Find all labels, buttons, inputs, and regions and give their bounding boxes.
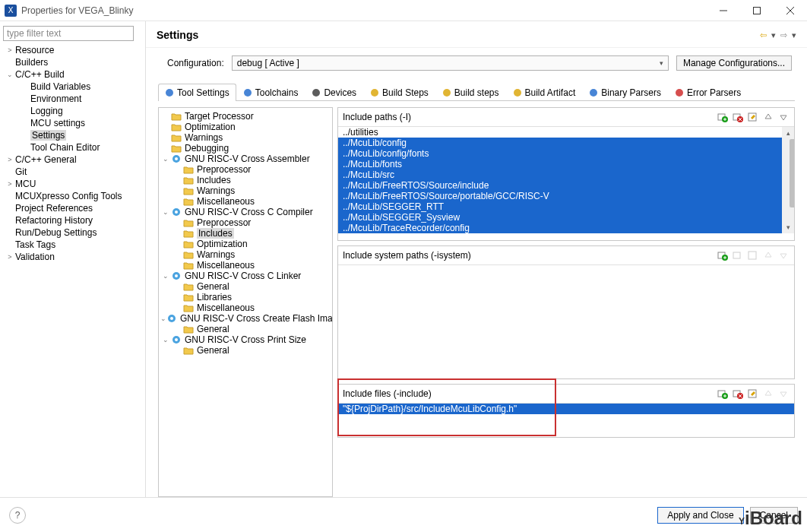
tool-tree-libraries[interactable]: ⌄Libraries bbox=[160, 292, 331, 302]
tool-tree-general[interactable]: ⌄General bbox=[160, 324, 331, 334]
include-file-item[interactable]: "${ProjDirPath}/src/IncludeMcuLibConfig.… bbox=[338, 404, 794, 414]
maximize-button[interactable] bbox=[740, 0, 774, 21]
chevron-down-icon[interactable]: ⌄ bbox=[160, 208, 171, 216]
edit-icon[interactable] bbox=[747, 111, 759, 123]
delete-icon[interactable] bbox=[732, 249, 744, 261]
move-up-icon[interactable] bbox=[762, 388, 774, 400]
tree-item-tool-chain-editor[interactable]: >Tool Chain Editor bbox=[18, 141, 145, 154]
tree-item-c-c-build[interactable]: ⌄C/C++ Build bbox=[3, 68, 145, 81]
tab-build-steps[interactable]: Build steps bbox=[435, 84, 506, 101]
include-path-item[interactable]: ../McuLib/src bbox=[338, 169, 794, 180]
tree-item-refactoring-history[interactable]: >Refactoring History bbox=[3, 214, 145, 226]
back-dropdown[interactable]: ▾ bbox=[771, 30, 776, 40]
tool-tree-warnings[interactable]: ⌄Warnings bbox=[160, 249, 331, 260]
tool-tree-general[interactable]: ⌄General bbox=[160, 281, 331, 292]
tool-tree-gnu-risc-v-cross-assembler[interactable]: ⌄GNU RISC-V Cross Assembler bbox=[160, 154, 331, 164]
include-path-item[interactable]: ../McuLib/TraceRecorder/config bbox=[338, 223, 794, 233]
include-path-item[interactable]: ../McuLib/config/fonts bbox=[338, 148, 794, 159]
tree-item-environment[interactable]: >Environment bbox=[18, 93, 145, 105]
close-button[interactable] bbox=[774, 0, 807, 21]
tool-tree-target-processor[interactable]: ⌄Target Processor bbox=[160, 111, 331, 122]
add-icon[interactable] bbox=[717, 249, 729, 261]
tree-item-mcuxpresso-config-tools[interactable]: >MCUXpresso Config Tools bbox=[3, 190, 145, 202]
tool-tree-optimization[interactable]: ⌄Optimization bbox=[160, 239, 331, 249]
tool-tree-debugging[interactable]: ⌄Debugging bbox=[160, 143, 331, 154]
edit-icon[interactable] bbox=[747, 388, 759, 400]
tab-build-artifact[interactable]: Build Artifact bbox=[506, 84, 583, 101]
move-up-icon[interactable] bbox=[762, 249, 774, 261]
edit-icon[interactable] bbox=[747, 249, 759, 261]
chevron-right-icon[interactable]: > bbox=[5, 180, 15, 188]
configuration-dropdown[interactable]: debug [ Active ] ▾ bbox=[232, 55, 669, 71]
minimize-button[interactable] bbox=[707, 0, 740, 21]
tool-tree-gnu-risc-v-cross-create-flash-image[interactable]: ⌄GNU RISC-V Cross Create Flash Image bbox=[160, 313, 331, 324]
apply-close-button[interactable]: Apply and Close bbox=[657, 507, 743, 524]
tree-item-resource[interactable]: >Resource bbox=[3, 44, 145, 56]
tab-toolchains[interactable]: Toolchains bbox=[236, 84, 305, 101]
add-icon[interactable] bbox=[717, 111, 729, 123]
tab-tool-settings[interactable]: Tool Settings bbox=[158, 84, 236, 101]
help-button[interactable]: ? bbox=[9, 507, 26, 524]
include-path-item[interactable]: ../McuLib/fonts bbox=[338, 159, 794, 169]
include-path-item[interactable]: ../utilities bbox=[338, 127, 794, 138]
filter-input[interactable] bbox=[3, 26, 134, 41]
tool-tree-general[interactable]: ⌄General bbox=[160, 345, 331, 356]
cancel-button[interactable]: Cancel bbox=[750, 507, 798, 524]
include-path-item[interactable]: ../McuLib/SEGGER_RTT bbox=[338, 201, 794, 212]
tree-item-builders[interactable]: >Builders bbox=[3, 56, 145, 68]
include-path-item[interactable]: ../McuLib/config bbox=[338, 138, 794, 148]
tool-tree-preprocessor[interactable]: ⌄Preprocessor bbox=[160, 164, 331, 175]
chevron-down-icon[interactable]: ⌄ bbox=[160, 336, 171, 344]
tab-error-parsers[interactable]: Error Parsers bbox=[668, 84, 748, 101]
tree-item-mcu-settings[interactable]: >MCU settings bbox=[18, 117, 145, 129]
tab-binary-parsers[interactable]: Binary Parsers bbox=[582, 84, 668, 101]
tab-build-steps[interactable]: Build Steps bbox=[363, 84, 435, 101]
chevron-down-icon[interactable]: ⌄ bbox=[5, 71, 15, 78]
scroll-up-icon[interactable]: ▴ bbox=[782, 127, 794, 139]
forward-icon[interactable]: ⇨ bbox=[780, 30, 787, 40]
move-down-icon[interactable] bbox=[777, 388, 790, 400]
tree-item-run-debug-settings[interactable]: >Run/Debug Settings bbox=[3, 226, 145, 239]
tool-tree-preprocessor[interactable]: ⌄Preprocessor bbox=[160, 217, 331, 228]
scroll-down-icon[interactable]: ▾ bbox=[782, 221, 794, 233]
tree-item-c-c-general[interactable]: >C/C++ General bbox=[3, 154, 145, 166]
chevron-right-icon[interactable]: > bbox=[5, 156, 15, 163]
include-path-item[interactable]: ../McuLib/FreeRTOS/Source/portable/GCC/R… bbox=[338, 191, 794, 201]
forward-dropdown[interactable]: ▾ bbox=[792, 30, 796, 40]
delete-icon[interactable] bbox=[732, 388, 744, 400]
tree-item-build-variables[interactable]: >Build Variables bbox=[18, 81, 145, 93]
move-up-icon[interactable] bbox=[762, 111, 774, 123]
include-path-item[interactable]: ../McuLib/FreeRTOS/Source/include bbox=[338, 180, 794, 191]
move-down-icon[interactable] bbox=[777, 249, 790, 261]
tool-tree-optimization[interactable]: ⌄Optimization bbox=[160, 122, 331, 132]
move-down-icon[interactable] bbox=[777, 111, 790, 123]
tool-tree-miscellaneous[interactable]: ⌄Miscellaneous bbox=[160, 260, 331, 271]
tool-tree-includes[interactable]: ⌄Includes bbox=[160, 228, 331, 239]
chevron-right-icon[interactable]: > bbox=[5, 253, 15, 261]
tool-tree-gnu-risc-v-cross-print-size[interactable]: ⌄GNU RISC-V Cross Print Size bbox=[160, 334, 331, 345]
tree-item-validation[interactable]: >Validation bbox=[3, 251, 145, 263]
chevron-right-icon[interactable]: > bbox=[5, 46, 15, 54]
tool-tree-warnings[interactable]: ⌄Warnings bbox=[160, 132, 331, 143]
tab-devices[interactable]: Devices bbox=[305, 84, 363, 101]
tool-tree-miscellaneous[interactable]: ⌄Miscellaneous bbox=[160, 302, 331, 313]
tool-tree-gnu-risc-v-cross-c-linker[interactable]: ⌄GNU RISC-V Cross C Linker bbox=[160, 271, 331, 281]
tool-tree-includes[interactable]: ⌄Includes bbox=[160, 175, 331, 185]
chevron-down-icon[interactable]: ⌄ bbox=[160, 272, 171, 280]
include-path-item[interactable]: ../McuLib/SEGGER_Sysview bbox=[338, 212, 794, 223]
tree-item-project-references[interactable]: >Project References bbox=[3, 202, 145, 214]
tree-item-task-tags[interactable]: >Task Tags bbox=[3, 239, 145, 251]
manage-configurations-button[interactable]: Manage Configurations... bbox=[676, 55, 792, 71]
tree-item-logging[interactable]: >Logging bbox=[18, 105, 145, 117]
delete-icon[interactable] bbox=[732, 111, 744, 123]
tool-tree-miscellaneous[interactable]: ⌄Miscellaneous bbox=[160, 196, 331, 207]
chevron-down-icon[interactable]: ⌄ bbox=[160, 315, 166, 322]
include-paths-scrollbar[interactable]: ▴ ▾ bbox=[782, 127, 794, 233]
chevron-down-icon[interactable]: ⌄ bbox=[160, 155, 171, 163]
tree-item-settings[interactable]: >Settings bbox=[18, 129, 145, 141]
tree-item-mcu[interactable]: >MCU bbox=[3, 178, 145, 190]
tool-tree-warnings[interactable]: ⌄Warnings bbox=[160, 185, 331, 196]
tree-item-git[interactable]: >Git bbox=[3, 166, 145, 178]
back-icon[interactable]: ⇦ bbox=[760, 30, 767, 40]
tool-tree-gnu-risc-v-cross-c-compiler[interactable]: ⌄GNU RISC-V Cross C Compiler bbox=[160, 207, 331, 217]
